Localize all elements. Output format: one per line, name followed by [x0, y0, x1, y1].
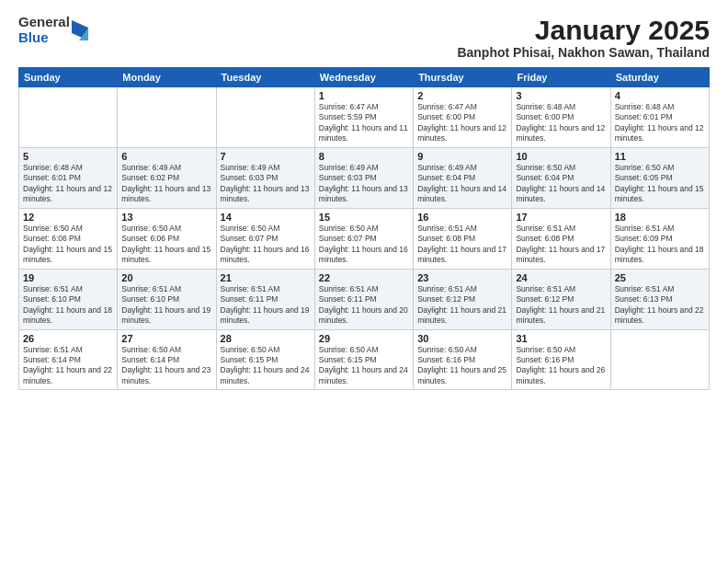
cell-week4-day6 [610, 329, 709, 390]
cell-week1-day1: 6Sunrise: 6:49 AM Sunset: 6:02 PM Daylig… [118, 147, 216, 208]
day-number: 25 [615, 272, 705, 283]
cell-week2-day1: 13Sunrise: 6:50 AM Sunset: 6:06 PM Dayli… [118, 208, 216, 269]
cell-week3-day1: 20Sunrise: 6:51 AM Sunset: 6:10 PM Dayli… [118, 269, 216, 329]
day-info: Sunrise: 6:51 AM Sunset: 6:12 PM Dayligh… [516, 284, 606, 327]
day-info: Sunrise: 6:51 AM Sunset: 6:10 PM Dayligh… [121, 284, 211, 327]
cell-week4-day2: 28Sunrise: 6:50 AM Sunset: 6:15 PM Dayli… [216, 329, 314, 390]
day-info: Sunrise: 6:48 AM Sunset: 6:00 PM Dayligh… [516, 102, 606, 144]
location-title: Banphot Phisai, Nakhon Sawan, Thailand [457, 45, 710, 60]
day-info: Sunrise: 6:51 AM Sunset: 6:08 PM Dayligh… [417, 224, 507, 266]
logo: General Blue [18, 15, 88, 45]
day-info: Sunrise: 6:51 AM Sunset: 6:13 PM Dayligh… [615, 284, 705, 327]
cell-week1-day6: 11Sunrise: 6:50 AM Sunset: 6:05 PM Dayli… [610, 147, 709, 208]
calendar-table: Sunday Monday Tuesday Wednesday Thursday… [18, 67, 710, 390]
week-row-2: 12Sunrise: 6:50 AM Sunset: 6:06 PM Dayli… [19, 208, 710, 269]
day-number: 2 [417, 90, 507, 101]
day-info: Sunrise: 6:50 AM Sunset: 6:15 PM Dayligh… [319, 345, 409, 387]
cell-week2-day6: 18Sunrise: 6:51 AM Sunset: 6:09 PM Dayli… [610, 208, 709, 269]
logo-general: General [18, 15, 70, 30]
day-info: Sunrise: 6:51 AM Sunset: 6:08 PM Dayligh… [516, 224, 606, 266]
cell-week4-day1: 27Sunrise: 6:50 AM Sunset: 6:14 PM Dayli… [118, 329, 216, 390]
day-info: Sunrise: 6:51 AM Sunset: 6:09 PM Dayligh… [615, 224, 705, 266]
day-info: Sunrise: 6:51 AM Sunset: 6:11 PM Dayligh… [221, 284, 311, 327]
cell-week0-day6: 4Sunrise: 6:48 AM Sunset: 6:01 PM Daylig… [610, 87, 709, 148]
header-sunday: Sunday [19, 68, 118, 87]
day-number: 9 [417, 151, 507, 162]
day-info: Sunrise: 6:47 AM Sunset: 6:00 PM Dayligh… [417, 102, 507, 144]
day-number: 1 [319, 90, 409, 101]
cell-week0-day2 [216, 87, 314, 148]
day-info: Sunrise: 6:49 AM Sunset: 6:03 PM Dayligh… [319, 163, 409, 205]
day-info: Sunrise: 6:49 AM Sunset: 6:04 PM Dayligh… [417, 163, 507, 205]
day-number: 16 [417, 212, 507, 223]
header-tuesday: Tuesday [216, 68, 314, 87]
header-monday: Monday [118, 68, 216, 87]
cell-week3-day3: 22Sunrise: 6:51 AM Sunset: 6:11 PM Dayli… [314, 269, 413, 329]
header-saturday: Saturday [610, 68, 709, 87]
cell-week0-day4: 2Sunrise: 6:47 AM Sunset: 6:00 PM Daylig… [414, 87, 512, 148]
cell-week2-day3: 15Sunrise: 6:50 AM Sunset: 6:07 PM Dayli… [314, 208, 413, 269]
day-info: Sunrise: 6:50 AM Sunset: 6:14 PM Dayligh… [121, 345, 211, 387]
day-info: Sunrise: 6:51 AM Sunset: 6:11 PM Dayligh… [319, 284, 409, 327]
day-number: 31 [516, 333, 606, 344]
week-row-4: 26Sunrise: 6:51 AM Sunset: 6:14 PM Dayli… [19, 329, 710, 390]
header-friday: Friday [512, 68, 610, 87]
day-number: 30 [417, 333, 507, 344]
day-info: Sunrise: 6:50 AM Sunset: 6:05 PM Dayligh… [615, 163, 705, 205]
cell-week0-day1 [118, 87, 216, 148]
page: General Blue January 2025 Banphot Phisai… [0, 0, 728, 563]
day-number: 11 [615, 151, 705, 162]
day-info: Sunrise: 6:47 AM Sunset: 5:59 PM Dayligh… [319, 102, 409, 144]
day-info: Sunrise: 6:51 AM Sunset: 6:12 PM Dayligh… [417, 284, 507, 327]
cell-week3-day6: 25Sunrise: 6:51 AM Sunset: 6:13 PM Dayli… [610, 269, 709, 329]
day-number: 29 [319, 333, 409, 344]
day-info: Sunrise: 6:50 AM Sunset: 6:04 PM Dayligh… [516, 163, 606, 205]
day-number: 17 [516, 212, 606, 223]
day-number: 6 [121, 151, 211, 162]
logo-icon [72, 20, 88, 40]
month-title: January 2025 [457, 15, 710, 45]
day-info: Sunrise: 6:51 AM Sunset: 6:14 PM Dayligh… [23, 345, 113, 387]
cell-week3-day0: 19Sunrise: 6:51 AM Sunset: 6:10 PM Dayli… [19, 269, 118, 329]
cell-week4-day4: 30Sunrise: 6:50 AM Sunset: 6:16 PM Dayli… [414, 329, 512, 390]
day-number: 10 [516, 151, 606, 162]
cell-week2-day5: 17Sunrise: 6:51 AM Sunset: 6:08 PM Dayli… [512, 208, 610, 269]
title-section: January 2025 Banphot Phisai, Nakhon Sawa… [457, 15, 710, 60]
day-info: Sunrise: 6:50 AM Sunset: 6:16 PM Dayligh… [417, 345, 507, 387]
day-info: Sunrise: 6:50 AM Sunset: 6:06 PM Dayligh… [23, 224, 113, 266]
cell-week0-day5: 3Sunrise: 6:48 AM Sunset: 6:00 PM Daylig… [512, 87, 610, 148]
week-row-0: 1Sunrise: 6:47 AM Sunset: 5:59 PM Daylig… [19, 87, 710, 148]
week-row-1: 5Sunrise: 6:48 AM Sunset: 6:01 PM Daylig… [19, 147, 710, 208]
header-wednesday: Wednesday [314, 68, 413, 87]
day-number: 20 [121, 272, 211, 283]
day-number: 22 [319, 272, 409, 283]
day-number: 27 [121, 333, 211, 344]
cell-week2-day2: 14Sunrise: 6:50 AM Sunset: 6:07 PM Dayli… [216, 208, 314, 269]
cell-week3-day5: 24Sunrise: 6:51 AM Sunset: 6:12 PM Dayli… [512, 269, 610, 329]
day-info: Sunrise: 6:50 AM Sunset: 6:07 PM Dayligh… [319, 224, 409, 266]
week-row-3: 19Sunrise: 6:51 AM Sunset: 6:10 PM Dayli… [19, 269, 710, 329]
day-number: 19 [23, 272, 113, 283]
day-number: 13 [121, 212, 211, 223]
day-info: Sunrise: 6:48 AM Sunset: 6:01 PM Dayligh… [23, 163, 113, 205]
day-number: 15 [319, 212, 409, 223]
cell-week0-day3: 1Sunrise: 6:47 AM Sunset: 5:59 PM Daylig… [314, 87, 413, 148]
day-info: Sunrise: 6:50 AM Sunset: 6:07 PM Dayligh… [221, 224, 311, 266]
day-info: Sunrise: 6:51 AM Sunset: 6:10 PM Dayligh… [23, 284, 113, 327]
day-number: 26 [23, 333, 113, 344]
cell-week2-day4: 16Sunrise: 6:51 AM Sunset: 6:08 PM Dayli… [414, 208, 512, 269]
cell-week4-day5: 31Sunrise: 6:50 AM Sunset: 6:16 PM Dayli… [512, 329, 610, 390]
calendar-header-row: Sunday Monday Tuesday Wednesday Thursday… [19, 68, 710, 87]
day-number: 24 [516, 272, 606, 283]
day-number: 28 [221, 333, 311, 344]
logo-blue: Blue [18, 30, 70, 46]
day-number: 14 [221, 212, 311, 223]
day-number: 5 [23, 151, 113, 162]
day-number: 12 [23, 212, 113, 223]
cell-week2-day0: 12Sunrise: 6:50 AM Sunset: 6:06 PM Dayli… [19, 208, 118, 269]
cell-week1-day0: 5Sunrise: 6:48 AM Sunset: 6:01 PM Daylig… [19, 147, 118, 208]
day-info: Sunrise: 6:50 AM Sunset: 6:15 PM Dayligh… [221, 345, 311, 387]
day-number: 4 [615, 90, 705, 101]
day-number: 3 [516, 90, 606, 101]
day-info: Sunrise: 6:50 AM Sunset: 6:06 PM Dayligh… [121, 224, 211, 266]
